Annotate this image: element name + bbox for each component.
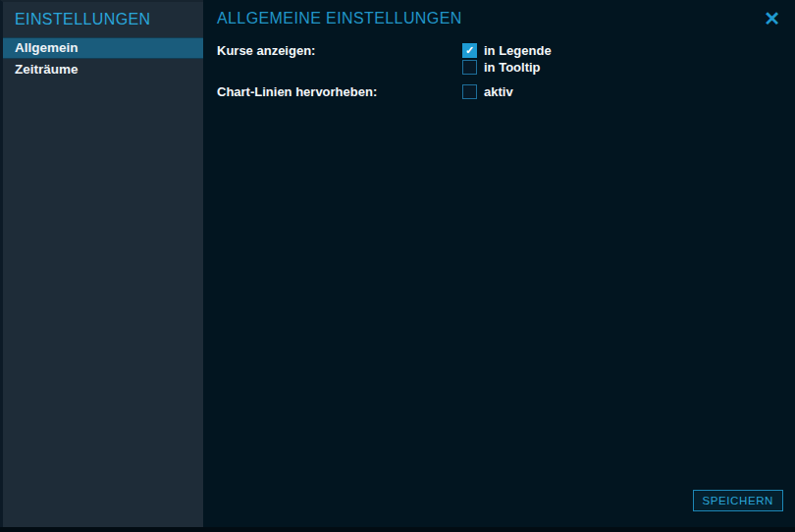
main-panel: ALLGEMEINE EINSTELLUNGEN ✕ Kurse anzeige… [203, 0, 795, 527]
field-label: Kurse anzeigen: [217, 43, 462, 59]
settings-dialog: EINSTELLUNGEN Allgemein Zeiträume ALLGEM… [0, 0, 795, 532]
checkbox-box[interactable]: ✓ [462, 84, 477, 99]
options-group: ✓ in Legende ✓ in Tooltip [462, 43, 552, 77]
sidebar: EINSTELLUNGEN Allgemein Zeiträume [0, 0, 203, 527]
checkbox-aktiv[interactable]: ✓ aktiv [462, 84, 513, 99]
checkbox-box[interactable]: ✓ [462, 43, 477, 58]
check-icon: ✓ [465, 45, 474, 56]
save-button[interactable]: SPEICHERN [693, 490, 784, 511]
field-chart-linien: Chart-Linien hervorheben: ✓ aktiv [217, 84, 781, 101]
checkbox-label: aktiv [484, 84, 513, 99]
sidebar-item-zeitraeume[interactable]: Zeiträume [3, 59, 203, 80]
checkbox-label: in Tooltip [484, 60, 541, 75]
field-kurse-anzeigen: Kurse anzeigen: ✓ in Legende ✓ in Toolti… [217, 43, 781, 77]
sidebar-title: EINSTELLUNGEN [3, 2, 203, 37]
page-title: ALLGEMEINE EINSTELLUNGEN [217, 10, 462, 27]
sidebar-item-label: Zeiträume [15, 62, 79, 77]
checkbox-in-legende[interactable]: ✓ in Legende [462, 43, 552, 58]
bottom-strip [0, 527, 795, 532]
field-label: Chart-Linien hervorheben: [217, 84, 462, 100]
sidebar-item-label: Allgemein [15, 40, 79, 55]
settings-form: Kurse anzeigen: ✓ in Legende ✓ in Toolti… [217, 43, 781, 109]
close-icon[interactable]: ✕ [764, 9, 780, 28]
checkbox-in-tooltip[interactable]: ✓ in Tooltip [462, 60, 552, 75]
sidebar-item-allgemein[interactable]: Allgemein [3, 37, 203, 59]
options-group: ✓ aktiv [462, 84, 513, 101]
checkbox-label: in Legende [484, 43, 552, 58]
checkbox-box[interactable]: ✓ [462, 60, 477, 75]
